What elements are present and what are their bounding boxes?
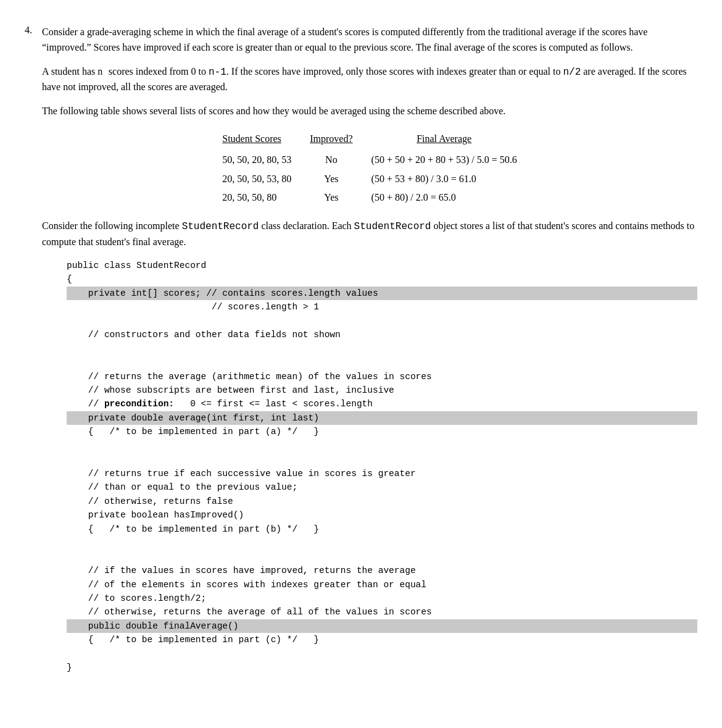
code-line-blank8: [67, 647, 697, 661]
col-header-average: Final Average: [371, 130, 517, 151]
col-header-improved: Improved?: [310, 130, 371, 151]
code-line-avg-body: { /* to be implemented in part (a) */ }: [67, 425, 697, 438]
code-line-avg-signature: private double average(int first, int la…: [67, 411, 697, 425]
table-header-row: Student Scores Improved? Final Average: [222, 130, 517, 151]
code-line-avg-comment2: // whose subscripts are between first an…: [67, 383, 697, 397]
table-row: 20, 50, 50, 80 Yes (50 + 80) / 2.0 = 65.…: [222, 188, 517, 207]
intro-paragraph-1: Consider a grade-averaging scheme in whi…: [42, 25, 697, 56]
code-line-final-comment1: // if the values in scores have improved…: [67, 564, 697, 577]
code-line-final-signature: public double finalAverage(): [67, 619, 697, 633]
code-line-constructor-comment: // constructors and other data fields no…: [67, 328, 697, 341]
scores-table: Student Scores Improved? Final Average 5…: [222, 130, 517, 207]
row1-improved: No: [310, 151, 371, 170]
row2-improved: Yes: [310, 170, 371, 189]
code-line-improved-comment1: // returns true if each successive value…: [67, 467, 697, 480]
description-paragraph: Consider the following incomplete Studen…: [42, 219, 697, 250]
intro-paragraph-3: The following table shows several lists …: [42, 104, 697, 119]
code-line-blank2: [67, 342, 697, 356]
row3-improved: Yes: [310, 188, 371, 207]
row2-average: (50 + 53 + 80) / 3.0 = 61.0: [371, 170, 517, 189]
code-line-blank4: [67, 439, 697, 453]
question-number-row: 4. Consider a grade-averaging scheme in …: [25, 25, 697, 684]
question-block: 4. Consider a grade-averaging scheme in …: [25, 19, 697, 690]
code-block: public class StudentRecord { private int…: [67, 259, 697, 675]
code-line-improved-body: { /* to be implemented in part (b) */ }: [67, 522, 697, 536]
code-line-final-comment2: // of the elements in scores with indexe…: [67, 578, 697, 592]
scores-table-section: Student Scores Improved? Final Average 5…: [42, 130, 697, 207]
code-line-blank6: [67, 536, 697, 550]
row3-scores: 20, 50, 50, 80: [222, 188, 310, 207]
code-line-blank1: [67, 314, 697, 328]
col-header-scores: Student Scores: [222, 130, 310, 151]
code-line-blank3: [67, 356, 697, 369]
code-line-scores-field: private int[] scores; // contains scores…: [67, 287, 697, 300]
code-line-precondition: // precondition: 0 <= first <= last < sc…: [67, 397, 697, 411]
question-number: 4.: [25, 25, 37, 36]
code-line-class: public class StudentRecord: [67, 259, 697, 272]
row1-scores: 50, 50, 20, 80, 53: [222, 151, 310, 170]
row3-average: (50 + 80) / 2.0 = 65.0: [371, 188, 517, 207]
table-row: 20, 50, 50, 53, 80 Yes (50 + 53 + 80) / …: [222, 170, 517, 189]
code-line-open-brace: {: [67, 272, 697, 286]
row2-scores: 20, 50, 50, 53, 80: [222, 170, 310, 189]
code-line-blank7: [67, 550, 697, 564]
code-line-close-brace: }: [67, 661, 697, 674]
code-line-final-body: { /* to be implemented in part (c) */ }: [67, 633, 697, 646]
row1-average: (50 + 50 + 20 + 80 + 53) / 5.0 = 50.6: [371, 151, 517, 170]
code-line-improved-signature: private boolean hasImproved(): [67, 508, 697, 522]
code-line-blank5: [67, 453, 697, 466]
code-line-avg-comment1: // returns the average (arithmetic mean)…: [67, 370, 697, 383]
code-line-final-comment4: // otherwise, returns the average of all…: [67, 605, 697, 619]
table-row: 50, 50, 20, 80, 53 No (50 + 50 + 20 + 80…: [222, 151, 517, 170]
intro-paragraph-2: A student has n scores indexed from 0 to…: [42, 64, 697, 96]
code-line-final-comment3: // to scores.length/2;: [67, 592, 697, 605]
code-line-improved-comment2: // than or equal to the previous value;: [67, 480, 697, 494]
question-content: Consider a grade-averaging scheme in whi…: [42, 25, 697, 684]
code-line-improved-comment3: // otherwise, returns false: [67, 495, 697, 508]
code-line-scores-comment: // scores.length > 1: [67, 300, 697, 314]
